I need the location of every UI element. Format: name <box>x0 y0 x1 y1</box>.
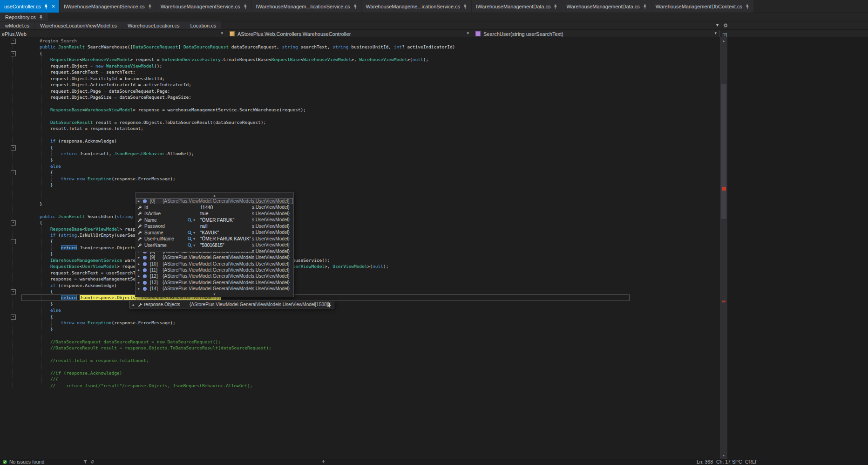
settings-icon[interactable] <box>90 459 95 465</box>
expander-icon[interactable]: ▸ <box>138 254 140 260</box>
pin-icon[interactable] <box>643 4 647 9</box>
pin-icon[interactable] <box>39 15 43 20</box>
datatip-member-row[interactable]: Surname▾"KAVUK" <box>135 230 252 236</box>
scroll-down-icon[interactable]: ▾ <box>136 292 293 297</box>
datatip-row[interactable]: ▸[11]{AStorePlus.ViewModel.GeneralViewMo… <box>136 267 293 273</box>
fold-collapse-icon[interactable]: - <box>11 239 16 244</box>
code-line[interactable]: request.SearchText = searchText; <box>40 69 136 75</box>
fold-collapse-icon[interactable]: - <box>11 315 16 320</box>
fold-collapse-icon[interactable]: - <box>11 39 16 44</box>
tab[interactable]: IWarehouseManagementService.cs <box>60 0 156 13</box>
code-line[interactable]: //{ <box>40 376 58 382</box>
code-line[interactable]: } <box>40 301 53 307</box>
code-line[interactable]: public JsonResult SearchWarehouse([DataS… <box>40 44 455 50</box>
vertical-scrollbar[interactable]: ▴ ▾ <box>720 37 727 459</box>
pin-icon[interactable] <box>243 4 247 9</box>
code-line[interactable]: //DataSourceResult result = response.Obj… <box>40 345 271 351</box>
expander-icon[interactable]: ▸ <box>138 280 140 286</box>
scrollbar-thumb[interactable] <box>721 84 726 219</box>
expander-icon[interactable]: ▸ <box>138 261 140 267</box>
code-line[interactable]: DataSourceResult result = response.Objec… <box>40 119 266 125</box>
code-line[interactable]: // return Json(/*result*/response.Object… <box>40 383 253 388</box>
member-dropdown[interactable]: SearchUser(string userSearchText) ▾ <box>473 30 720 38</box>
pin-icon[interactable] <box>44 4 48 9</box>
dropdown-icon[interactable]: ▾ <box>193 217 195 223</box>
pin-icon[interactable] <box>745 4 749 9</box>
datatip-row[interactable]: ▸[10]{AStorePlus.ViewModel.GeneralViewMo… <box>136 261 293 267</box>
datatip-row[interactable]: ▸[9]{AStorePlus.ViewModel.GeneralViewMod… <box>136 254 293 260</box>
code-line[interactable]: } <box>40 157 53 163</box>
fold-collapse-icon[interactable]: - <box>11 170 16 175</box>
expander-icon[interactable]: ▸ <box>138 273 140 279</box>
code-line[interactable]: { <box>40 169 53 175</box>
spaces-indicator[interactable]: SPC <box>732 459 742 465</box>
code-line[interactable]: RequestBase<WarehouseViewModel> request … <box>40 56 428 62</box>
code-line[interactable]: //DataSourceRequest dataSourceRequest = … <box>40 339 221 345</box>
code-line[interactable]: else <box>40 307 61 313</box>
datatip-member-row[interactable]: Id11440 <box>135 205 252 211</box>
datatip-member-row[interactable]: Name▾"ÖMER FARUK" <box>135 217 252 223</box>
tab-options-gear-icon[interactable] <box>723 23 728 29</box>
expander-icon[interactable]: ▴ <box>132 301 134 308</box>
project-dropdown[interactable]: ePlus.Web ▾ <box>0 30 226 38</box>
arrow-up-icon[interactable] <box>321 459 326 465</box>
filter-icon[interactable] <box>83 459 88 465</box>
code-line[interactable]: result.Total = response.TotalCount; <box>40 125 143 131</box>
tab[interactable]: Repository.cs <box>0 13 48 21</box>
tab[interactable]: IWarehouseManagem...licationService.cs <box>252 0 361 13</box>
line-indicator[interactable]: Ln: 368 <box>697 459 713 465</box>
code-line[interactable]: request.Object.Page = dataSourceRequest.… <box>40 88 170 94</box>
type-dropdown[interactable]: AStorePlus.Web.Controllers.WarehouseCont… <box>227 30 472 38</box>
code-line[interactable]: request.Object.FacilityId = businessUnit… <box>40 75 165 82</box>
tab[interactable]: IWarehouseManagementData.cs <box>472 0 562 13</box>
pin-icon[interactable] <box>553 4 557 9</box>
code-line[interactable]: } <box>40 326 53 332</box>
datatip-row[interactable]: ▸[14]{AStorePlus.ViewModel.GeneralViewMo… <box>136 286 293 292</box>
pin-icon[interactable] <box>148 4 152 9</box>
scrollbar-up-icon[interactable]: ▴ <box>720 38 727 44</box>
fold-collapse-icon[interactable]: - <box>11 51 16 56</box>
code-line[interactable]: //if (response.Acknowledge) <box>40 370 122 376</box>
code-line[interactable]: } <box>40 251 53 257</box>
code-line[interactable]: throw new Exception(response.ErrorMessag… <box>40 176 176 182</box>
code-line[interactable]: return Json(result, JsonRequestBehavior.… <box>40 150 194 157</box>
pin-icon[interactable] <box>463 4 467 9</box>
tab[interactable]: WarehouseManageme...icationService.cs <box>362 0 472 13</box>
magnifier-icon[interactable] <box>187 243 192 249</box>
code-line[interactable]: { <box>40 288 53 294</box>
code-editor[interactable]: -------- #region Searchpublic JsonResult… <box>0 37 720 459</box>
code-line[interactable]: request.Object.PageSize = dataSourceRequ… <box>40 94 191 100</box>
code-line[interactable]: if (response.Acknowledge) <box>40 138 117 144</box>
code-line[interactable]: } <box>40 201 42 207</box>
datatip-row[interactable]: ▸[12]{AStorePlus.ViewModel.GeneralViewMo… <box>136 273 293 279</box>
tab[interactable]: WarehouseLocationViewModel.cs <box>35 21 122 29</box>
dropdown-icon[interactable]: ▾ <box>193 242 195 248</box>
dropdown-icon[interactable]: ▾ <box>193 236 195 242</box>
tab[interactable]: Location.cs <box>185 21 222 29</box>
dropdown-icon[interactable]: ▾ <box>193 230 195 236</box>
datatip-member-row[interactable]: Passwordnull <box>135 223 252 229</box>
scroll-up-icon[interactable]: ▴ <box>136 193 293 198</box>
tab[interactable]: wModel.cs <box>0 21 34 29</box>
code-line[interactable]: //result.Total = response.TotalCount; <box>40 357 149 363</box>
datatip-root-row[interactable]: ▴ response.Objects {AStorePlus.ViewModel… <box>129 301 334 308</box>
tab[interactable]: useController.cs× <box>0 0 59 13</box>
code-line[interactable]: #region Search <box>40 38 77 44</box>
close-icon[interactable]: × <box>52 4 55 9</box>
line-ending-indicator[interactable]: CRLF <box>745 459 758 465</box>
tab[interactable]: WarehouseLocation.cs <box>122 21 185 29</box>
fold-collapse-icon[interactable]: - <box>11 289 16 294</box>
pin-icon[interactable] <box>327 302 332 309</box>
issues-status[interactable]: No issues found <box>9 459 44 465</box>
fold-collapse-icon[interactable]: - <box>11 220 16 226</box>
tab[interactable]: WarehouseManagementService.cs <box>156 0 251 13</box>
datatip-member-row[interactable]: UserFullName▾"ÖMER FARUK KAVUK" <box>135 236 252 242</box>
code-line[interactable]: { <box>40 50 42 56</box>
expander-icon[interactable]: ▸ <box>138 267 140 273</box>
code-line[interactable]: throw new Exception(response.ErrorMessag… <box>40 320 176 326</box>
scrollbar-down-icon[interactable]: ▾ <box>720 453 727 458</box>
code-line[interactable]: { <box>40 238 53 244</box>
datatip-row[interactable]: ▸[13]{AStorePlus.ViewModel.GeneralViewMo… <box>136 280 293 286</box>
code-line[interactable]: { <box>40 219 42 226</box>
code-line[interactable]: if (response.Acknowledge) <box>40 282 117 288</box>
